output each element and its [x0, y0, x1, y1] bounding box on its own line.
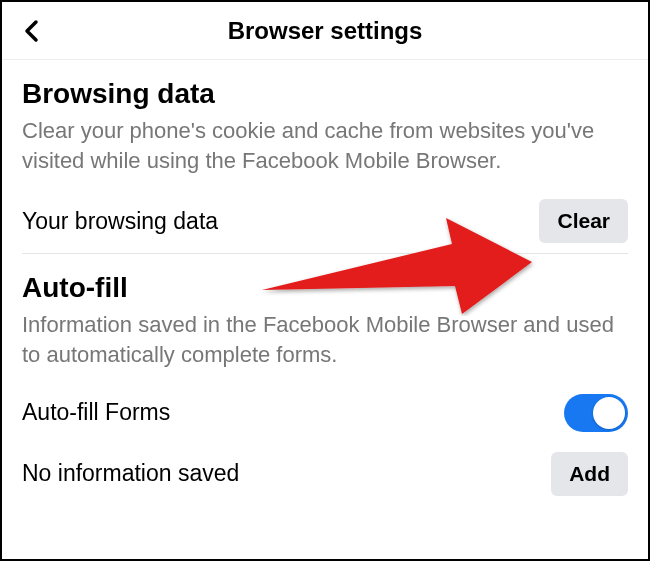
your-browsing-data-label: Your browsing data [22, 208, 218, 235]
no-information-saved-label: No information saved [22, 460, 239, 487]
autofill-section: Auto-fill Information saved in the Faceb… [2, 254, 648, 369]
header: Browser settings [2, 2, 648, 60]
page-title: Browser settings [20, 17, 630, 45]
browsing-data-section: Browsing data Clear your phone's cookie … [2, 60, 648, 175]
no-information-saved-row: No information saved Add [2, 442, 648, 506]
autofill-forms-toggle[interactable] [564, 394, 628, 432]
autofill-forms-row: Auto-fill Forms [2, 384, 648, 442]
autofill-heading: Auto-fill [22, 272, 628, 304]
add-button[interactable]: Add [551, 452, 628, 496]
browsing-data-description: Clear your phone's cookie and cache from… [22, 116, 628, 175]
autofill-forms-label: Auto-fill Forms [22, 399, 170, 426]
toggle-knob [593, 397, 625, 429]
your-browsing-data-row: Your browsing data Clear [2, 189, 648, 253]
browsing-data-heading: Browsing data [22, 78, 628, 110]
clear-button[interactable]: Clear [539, 199, 628, 243]
autofill-description: Information saved in the Facebook Mobile… [22, 310, 628, 369]
